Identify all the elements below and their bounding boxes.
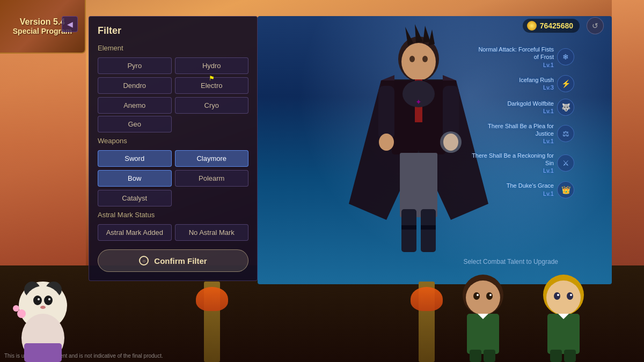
filter-btn-sword[interactable]: Sword bbox=[98, 150, 172, 167]
coin-icon bbox=[527, 21, 537, 31]
svg-point-31 bbox=[33, 295, 42, 305]
gold-display: 76425680 bbox=[523, 19, 580, 33]
skill-name-4: There Shall Be a Plea forJusticeLv.1 bbox=[488, 122, 554, 145]
svg-point-5 bbox=[401, 43, 436, 80]
svg-text:✦: ✦ bbox=[415, 98, 422, 106]
svg-rect-58 bbox=[550, 350, 562, 362]
svg-marker-2 bbox=[415, 24, 423, 43]
svg-rect-39 bbox=[24, 343, 62, 362]
element-section-label: Element bbox=[98, 44, 248, 52]
svg-point-7 bbox=[422, 56, 428, 62]
svg-point-8 bbox=[412, 65, 425, 74]
astral-grid: Astral Mark Added No Astral Mark bbox=[98, 224, 248, 241]
skill-item-4: There Shall Be a Plea forJusticeLv.1 ⚖ bbox=[456, 122, 574, 145]
filter-btn-electro[interactable]: Electro ⚑ bbox=[175, 77, 249, 94]
filter-btn-dendro[interactable]: Dendro bbox=[98, 77, 172, 94]
svg-point-6 bbox=[409, 56, 415, 62]
svg-rect-15 bbox=[400, 153, 437, 217]
filter-btn-catalyst[interactable]: Catalyst bbox=[98, 190, 172, 206]
svg-point-42 bbox=[473, 292, 480, 300]
svg-point-43 bbox=[486, 292, 493, 300]
filter-btn-pyro[interactable]: Pyro bbox=[98, 57, 172, 74]
filter-btn-polearm[interactable]: Polearm bbox=[175, 170, 249, 187]
svg-rect-46 bbox=[467, 314, 499, 354]
confirm-filter-button[interactable]: ○ Confirm Filter bbox=[98, 249, 248, 272]
svg-point-52 bbox=[554, 292, 560, 300]
chibi-left-area bbox=[0, 263, 118, 362]
svg-point-22 bbox=[379, 134, 394, 151]
filter-panel: Filter Element Pyro Hydro Dendro Electro… bbox=[89, 16, 258, 281]
svg-rect-48 bbox=[470, 350, 481, 362]
skill-name-6: The Duke's GraceLv.1 bbox=[507, 182, 554, 197]
svg-point-44 bbox=[477, 294, 479, 296]
svg-rect-17 bbox=[421, 209, 436, 252]
filter-btn-hydro[interactable]: Hydro bbox=[175, 57, 249, 74]
svg-rect-56 bbox=[547, 314, 580, 354]
settings-button[interactable]: ↺ bbox=[587, 17, 604, 34]
svg-point-53 bbox=[567, 292, 573, 300]
skill-name-2: Icefang RushLv.3 bbox=[519, 76, 554, 92]
element-grid: Pyro Hydro Dendro Electro ⚑ Anemo Cryo bbox=[98, 57, 248, 114]
filter-title: Filter bbox=[98, 25, 248, 36]
filter-btn-claymore[interactable]: Claymore bbox=[175, 150, 249, 167]
version-line1: Version 5.4 bbox=[20, 17, 65, 27]
skill-icon-5: ⚔ bbox=[557, 154, 574, 172]
skill-icon-6: 👑 bbox=[557, 181, 574, 198]
skill-icon-4: ⚖ bbox=[557, 125, 574, 142]
nav-arrow-left[interactable]: ◀ bbox=[62, 16, 78, 32]
svg-point-55 bbox=[570, 294, 572, 296]
svg-point-54 bbox=[557, 294, 559, 296]
geo-row: Geo bbox=[98, 116, 248, 132]
filter-btn-astral-added[interactable]: Astral Mark Added bbox=[98, 224, 172, 241]
svg-rect-59 bbox=[564, 350, 576, 362]
svg-point-37 bbox=[17, 309, 26, 318]
filter-btn-bow[interactable]: Bow bbox=[98, 170, 172, 187]
center-stage: ✦ Normal Attack: Forceful Fistsof FrostL… bbox=[258, 16, 612, 284]
svg-point-45 bbox=[489, 294, 492, 296]
skill-name-1: Normal Attack: Forceful Fistsof FrostLv.… bbox=[478, 46, 554, 69]
skill-item-5: There Shall Be a Reckoning forSinLv.1 ⚔ bbox=[456, 152, 574, 175]
weapon-section-label: Weapons bbox=[98, 137, 248, 145]
svg-point-33 bbox=[38, 298, 40, 300]
gold-amount: 76425680 bbox=[540, 21, 573, 30]
skill-item-3: Darkgold WolfbiteLv.1 🐺 bbox=[456, 99, 574, 116]
filter-btn-cryo[interactable]: Cryo bbox=[175, 97, 249, 114]
svg-rect-16 bbox=[401, 209, 416, 252]
filter-btn-no-astral[interactable]: No Astral Mark bbox=[175, 224, 249, 241]
lantern-post-2 bbox=[419, 282, 435, 362]
svg-marker-3 bbox=[423, 26, 430, 43]
weapon-grid: Sword Claymore Bow Polearm Catalyst bbox=[98, 150, 248, 206]
filter-btn-geo[interactable]: Geo bbox=[98, 116, 172, 132]
svg-point-35 bbox=[40, 306, 46, 309]
lantern-post-1 bbox=[204, 282, 220, 362]
svg-point-38 bbox=[13, 305, 19, 312]
svg-point-51 bbox=[546, 280, 581, 315]
skill-name-3: Darkgold WolfbiteLv.1 bbox=[507, 100, 554, 115]
skill-item-1: Normal Attack: Forceful Fistsof FrostLv.… bbox=[456, 46, 574, 69]
svg-marker-4 bbox=[428, 29, 435, 46]
confirm-circle-icon: ○ bbox=[139, 256, 149, 265]
skill-item-2: Icefang RushLv.3 ⚡ bbox=[456, 75, 574, 92]
svg-rect-20 bbox=[378, 86, 394, 139]
svg-rect-19 bbox=[421, 225, 436, 230]
skill-icon-2: ⚡ bbox=[557, 75, 574, 92]
astral-section-label: Astral Mark Status bbox=[98, 211, 248, 219]
svg-point-34 bbox=[48, 298, 50, 300]
svg-point-32 bbox=[44, 295, 53, 305]
skill-icon-1: ❄ bbox=[557, 48, 574, 65]
skill-item-6: The Duke's GraceLv.1 👑 bbox=[456, 181, 574, 198]
svg-rect-18 bbox=[401, 225, 416, 230]
skills-panel: Normal Attack: Forceful Fistsof FrostLv.… bbox=[456, 46, 574, 205]
svg-rect-49 bbox=[484, 350, 495, 362]
filter-btn-anemo[interactable]: Anemo bbox=[98, 97, 172, 114]
confirm-filter-label: Confirm Filter bbox=[154, 256, 207, 265]
skill-name-5: There Shall Be a Reckoning forSinLv.1 bbox=[472, 152, 554, 175]
chibi-right-area bbox=[448, 263, 601, 362]
svg-point-41 bbox=[466, 280, 500, 315]
skill-icon-3: 🐺 bbox=[557, 99, 574, 116]
